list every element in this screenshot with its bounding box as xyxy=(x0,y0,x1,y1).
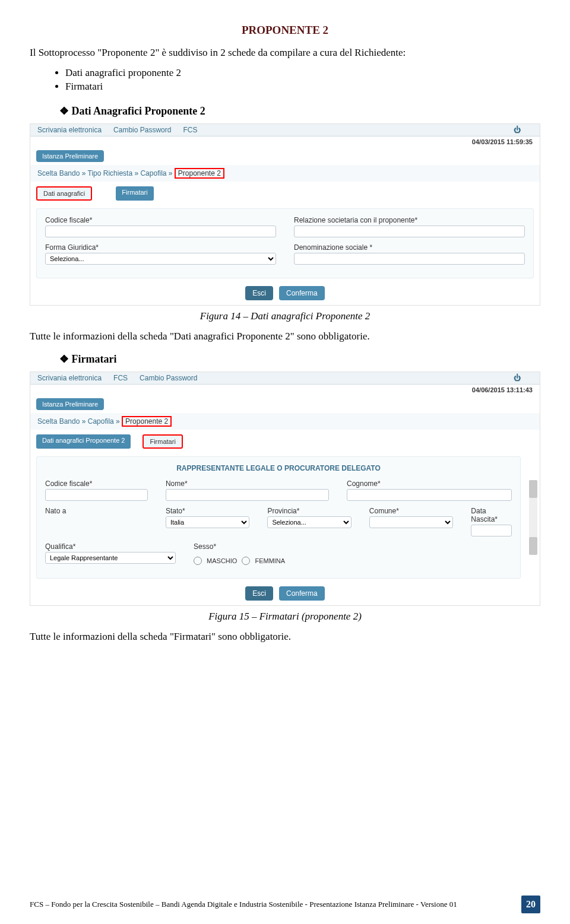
top-nav: Scrivania elettronica Cambio Password FC… xyxy=(30,124,540,136)
form-area: Codice fiscale* Relazione societaria con… xyxy=(36,208,534,278)
nav-item[interactable]: Scrivania elettronica xyxy=(37,126,102,134)
select-forma-giuridica[interactable]: Seleziona... xyxy=(45,253,276,265)
nav-item[interactable]: FCS xyxy=(113,374,128,382)
scrollbar-thumb[interactable] xyxy=(529,537,537,555)
figure-caption-1: Figura 14 – Dati anagrafici Proponente 2 xyxy=(30,310,540,322)
breadcrumb-path[interactable]: Scelta Bando » Capofila » xyxy=(37,417,120,426)
label-cognome: Cognome* xyxy=(347,480,512,488)
scrollbar-thumb[interactable] xyxy=(529,480,537,498)
esci-button[interactable]: Esci xyxy=(245,286,273,300)
label-codice-fiscale: Codice fiscale* xyxy=(45,480,148,488)
tab-list: Dati anagrafici Firmatari xyxy=(30,182,540,205)
nav-item[interactable]: Cambio Password xyxy=(140,374,197,382)
input-codice-fiscale[interactable] xyxy=(45,226,276,237)
radio-femmina[interactable] xyxy=(242,557,250,565)
power-icon[interactable]: ⏻ xyxy=(514,126,521,134)
label-data-nascita: Data Nascita* xyxy=(471,507,512,523)
button-row: Esci Conferma xyxy=(30,281,540,305)
intro-text: Il Sottoprocesso "Proponente 2" è suddiv… xyxy=(30,46,540,60)
label-relazione: Relazione societaria con il proponente* xyxy=(294,216,525,224)
top-nav: Scrivania elettronica FCS Cambio Passwor… xyxy=(30,372,540,385)
nav-item[interactable]: FCS xyxy=(183,126,197,134)
breadcrumb: Scelta Bando » Tipo Richiesta » Capofila… xyxy=(30,165,540,182)
section-heading: PROPONENTE 2 xyxy=(30,24,540,37)
tab-dati-anagrafici[interactable]: Dati anagrafici xyxy=(36,186,92,201)
input-cognome[interactable] xyxy=(347,489,512,501)
body-text-2: Tutte le informazioni della scheda "Firm… xyxy=(30,630,540,644)
breadcrumb: Scelta Bando » Capofila » Proponente 2 xyxy=(30,413,540,430)
label-nome: Nome* xyxy=(166,480,329,488)
breadcrumb-path[interactable]: Scelta Bando » Tipo Richiesta » Capofila… xyxy=(37,169,172,177)
bullet-list: Dati anagrafici proponente 2 Firmatari xyxy=(30,67,540,93)
scrollbar[interactable] xyxy=(529,480,537,555)
tab-list: Dati anagrafici Proponente 2 Firmatari xyxy=(30,430,540,453)
select-qualifica[interactable]: Legale Rappresentante xyxy=(45,552,176,564)
tab-firmatari[interactable]: Firmatari xyxy=(142,434,182,449)
timestamp: 04/06/2015 13:11:43 xyxy=(30,385,540,395)
footer-text: FCS – Fondo per la Crescita Sostenibile … xyxy=(30,900,521,910)
page-number: 20 xyxy=(521,896,540,913)
footer: FCS – Fondo per la Crescita Sostenibile … xyxy=(30,896,540,913)
conferma-button[interactable]: Conferma xyxy=(279,586,325,601)
button-row: Esci Conferma xyxy=(30,582,540,605)
label-qualifica: Qualifica* xyxy=(45,542,176,551)
power-icon[interactable]: ⏻ xyxy=(514,374,521,382)
tab-firmatari[interactable]: Firmatari xyxy=(116,186,153,201)
screenshot-2: Scrivania elettronica FCS Cambio Passwor… xyxy=(30,371,540,606)
label-provincia: Provincia* xyxy=(267,507,351,515)
radio-label-femmina: FEMMINA xyxy=(255,557,285,564)
label-denominazione: Denominazione sociale * xyxy=(294,243,525,252)
label-forma-giuridica: Forma Giuridica* xyxy=(45,243,276,252)
input-data-nascita[interactable] xyxy=(471,525,512,536)
tab-dati-anagrafici[interactable]: Dati anagrafici Proponente 2 xyxy=(36,434,131,449)
label-nato-a: Nato a xyxy=(45,507,148,515)
breadcrumb-active: Proponente 2 xyxy=(122,416,172,427)
esci-button[interactable]: Esci xyxy=(245,586,273,601)
bullet-item: Firmatari xyxy=(65,81,540,93)
body-text-1: Tutte le informazioni della scheda "Dati… xyxy=(30,329,540,344)
subsection-heading: Firmatari xyxy=(59,353,540,366)
select-comune[interactable] xyxy=(369,516,453,528)
select-provincia[interactable]: Seleziona... xyxy=(267,516,351,528)
input-codice-fiscale[interactable] xyxy=(45,489,148,501)
radio-maschio[interactable] xyxy=(194,557,202,565)
label-codice-fiscale: Codice fiscale* xyxy=(45,216,276,224)
breadcrumb-active: Proponente 2 xyxy=(175,168,224,179)
timestamp: 04/03/2015 11:59:35 xyxy=(30,136,540,147)
label-comune: Comune* xyxy=(369,507,453,515)
module-badge[interactable]: Istanza Preliminare xyxy=(36,398,104,410)
form-area: RAPPRESENTANTE LEGALE O PROCURATORE DELE… xyxy=(36,456,521,579)
label-stato: Stato* xyxy=(166,507,249,515)
screenshot-1: Scrivania elettronica Cambio Password FC… xyxy=(30,123,540,306)
radio-label-maschio: MASCHIO xyxy=(207,557,237,564)
label-sesso: Sesso* xyxy=(194,542,512,551)
module-badge[interactable]: Istanza Preliminare xyxy=(36,150,104,162)
conferma-button[interactable]: Conferma xyxy=(279,286,325,300)
nav-item[interactable]: Cambio Password xyxy=(113,126,171,134)
select-stato[interactable]: Italia xyxy=(166,516,249,528)
bullet-item: Dati anagrafici proponente 2 xyxy=(65,67,540,79)
subsection-heading: Dati Anagrafici Proponente 2 xyxy=(59,104,540,118)
figure-caption-2: Figura 15 – Firmatari (proponente 2) xyxy=(30,611,540,623)
input-denominazione[interactable] xyxy=(294,253,525,265)
form-header: RAPPRESENTANTE LEGALE O PROCURATORE DELE… xyxy=(45,464,512,472)
input-relazione[interactable] xyxy=(294,226,525,237)
input-nome[interactable] xyxy=(166,489,329,501)
nav-item[interactable]: Scrivania elettronica xyxy=(37,374,102,382)
